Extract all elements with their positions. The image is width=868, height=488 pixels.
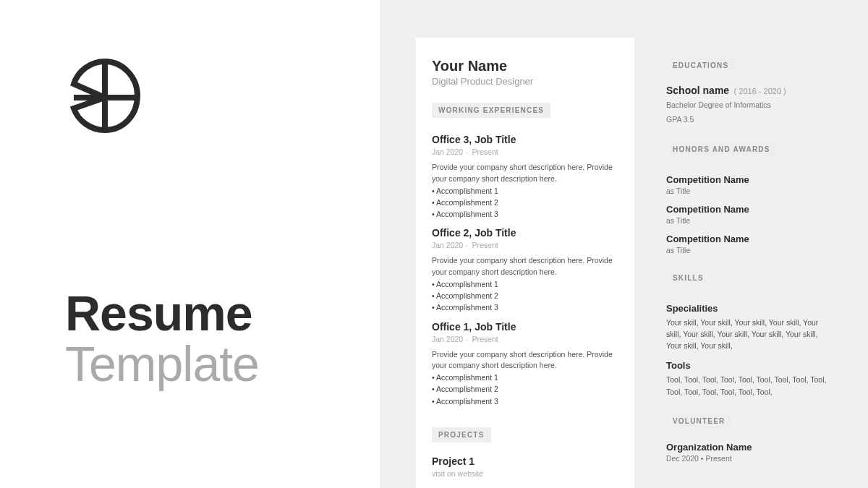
resume-role: Digital Product Designer	[432, 76, 618, 87]
skills-specialities-body: Your skill, Your skill, Your skill, Your…	[666, 317, 832, 352]
skills-tools-body: Tool, Tool, Tool, Tool, Tool, Tool, Tool…	[666, 374, 832, 398]
job-accomplishment: • Accomplishment 1	[432, 372, 618, 383]
competition-sub: as Title	[666, 187, 832, 195]
honor-entry: Competition Name as Title	[666, 204, 832, 225]
job-title: Office 2, Job Title	[432, 227, 618, 239]
project-title: Project 1	[432, 455, 618, 467]
section-label-skills: SKILLS	[666, 270, 710, 286]
job-description: Provide your company short description h…	[432, 255, 618, 278]
project-subtitle: visit on website	[432, 469, 618, 478]
job-accomplishment: • Accomplishment 2	[432, 290, 618, 301]
school-years: ( 2016 - 2020 )	[734, 87, 786, 95]
job-title: Office 3, Job Title	[432, 134, 618, 145]
job-accomplishment: • Accomplishment 3	[432, 208, 618, 220]
job-accomplishment: • Accomplishment 3	[432, 301, 618, 313]
job-accomplishment: • Accomplishment 1	[432, 278, 618, 290]
job-accomplishment: • Accomplishment 2	[432, 383, 618, 395]
skills-tools-head: Tools	[666, 360, 832, 371]
skills-specialities-head: Specialities	[666, 303, 832, 314]
section-label-volunteer: VOLUNTEER	[666, 414, 731, 429]
job-date: Jan 2020 - Present	[432, 241, 618, 249]
job-description: Provide your company short description h…	[432, 162, 618, 185]
volunteer-date: Dec 2020 • Present	[666, 454, 832, 463]
resume-name: Your Name	[432, 58, 618, 74]
job-description: Provide your company short description h…	[432, 349, 618, 372]
job-accomplishment: • Accomplishment 1	[432, 185, 618, 197]
job-accomplishment: • Accomplishment 3	[432, 395, 618, 407]
job-entry: Office 2, Job Title Jan 2020 - Present P…	[432, 227, 618, 313]
volunteer-org-name: Organization Name	[666, 442, 832, 453]
competition-name: Competition Name	[666, 234, 832, 244]
resume-main-column: Your Name Digital Product Designer WORKI…	[416, 38, 634, 488]
job-title: Office 1, Job Title	[432, 321, 618, 333]
competition-sub: as Title	[666, 246, 832, 254]
honor-entry: Competition Name as Title	[666, 174, 832, 195]
job-date: Jan 2020 - Present	[432, 147, 618, 156]
honor-entry: Competition Name as Title	[666, 234, 832, 254]
competition-name: Competition Name	[666, 174, 832, 185]
title-line-2: Template	[65, 335, 380, 392]
school-degree: Bachelor Degree of Informatics	[666, 100, 832, 111]
job-accomplishment: • Accomplishment 2	[432, 197, 618, 208]
logo-icon	[65, 58, 380, 140]
right-panel: Your Name Digital Product Designer WORKI…	[380, 0, 868, 488]
job-entry: Office 1, Job Title Jan 2020 - Present P…	[432, 321, 618, 407]
section-label-work: WORKING EXPERIENCES	[432, 103, 550, 118]
section-label-education: EDUCATIONS	[666, 58, 735, 73]
title-line-1: Resume	[65, 285, 380, 341]
job-date: Jan 2020 - Present	[432, 335, 618, 343]
resume-side-column: EDUCATIONS School name ( 2016 - 2020 ) B…	[666, 38, 832, 488]
education-entry: School name ( 2016 - 2020 )	[666, 84, 832, 97]
school-name: School name	[666, 85, 729, 96]
competition-name: Competition Name	[666, 204, 832, 215]
competition-sub: as Title	[666, 216, 832, 225]
section-label-honors: HONORS AND AWARDS	[666, 142, 777, 157]
section-label-projects: PROJECTS	[432, 427, 491, 442]
title-block: Resume Template	[65, 285, 380, 392]
school-gpa: GPA 3.5	[666, 114, 832, 126]
job-entry: Office 3, Job Title Jan 2020 - Present P…	[432, 134, 618, 220]
left-panel: Resume Template	[0, 0, 380, 488]
